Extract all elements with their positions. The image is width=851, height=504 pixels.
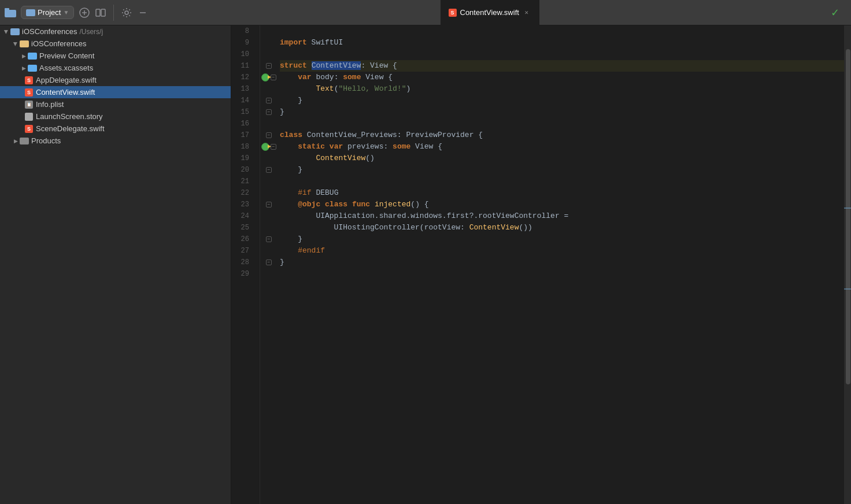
sidebar-item-scenedelegate[interactable]: S SceneDelegate.swift xyxy=(0,123,231,135)
project-label: Project xyxy=(38,8,61,17)
fold-18-icon[interactable]: − xyxy=(271,144,276,150)
code-line-12: var body: some View { xyxy=(280,72,844,83)
line-num-13: 13 xyxy=(231,83,254,95)
launchscreen-icon xyxy=(24,113,34,121)
gutter-19 xyxy=(260,153,278,164)
sidebar-item-contentview[interactable]: S ContentView.swift xyxy=(0,86,231,98)
project-button[interactable]: Project ▼ xyxy=(21,6,74,19)
code-line-20-text: } xyxy=(280,164,302,176)
code-line-9-text: import SwiftUI xyxy=(280,37,343,49)
project-folder-icon xyxy=(26,9,35,16)
gutter-15: − xyxy=(260,106,278,118)
breakpoint-12-icon[interactable]: ▶ xyxy=(261,73,269,81)
sidebar-item-appdelegate[interactable]: S AppDelegate.swift xyxy=(0,74,231,86)
products-folder-icon xyxy=(20,137,29,145)
gutter-20: − xyxy=(260,164,278,176)
fold-15-icon[interactable]: − xyxy=(266,109,272,115)
code-line-10 xyxy=(280,49,844,60)
sidebar-item-products[interactable]: ▶ Products xyxy=(0,135,231,147)
code-line-20: } xyxy=(280,164,844,176)
code-area: 8 9 10 11 12 13 14 15 16 17 18 19 20 21 … xyxy=(231,25,851,504)
sidebar-item-preview-content[interactable]: ▶ Preview Content xyxy=(0,50,231,62)
breakpoint-18-icon[interactable]: ▶ xyxy=(261,143,269,151)
code-line-26: } xyxy=(280,234,844,245)
assets-arrow-icon: ▶ xyxy=(20,64,28,72)
folder-nav-icon[interactable] xyxy=(5,7,16,18)
sidebar-item-assets[interactable]: ▶ Assets.xcassets xyxy=(0,62,231,74)
tab-contentview[interactable]: S ContentView.swift ✕ xyxy=(441,0,539,25)
add-icon[interactable] xyxy=(79,7,90,18)
sidebar-item-root[interactable]: ▶ iOSConferences /Users/j xyxy=(0,25,231,38)
toolbar-divider xyxy=(113,5,114,21)
fold-12-icon[interactable]: − xyxy=(271,75,276,80)
code-line-21 xyxy=(280,176,844,187)
line-num-19: 19 xyxy=(231,153,254,164)
gutter-25 xyxy=(260,222,278,234)
project-root-icon xyxy=(10,28,20,36)
fold-17-icon[interactable]: − xyxy=(266,132,272,138)
gutter-11: − xyxy=(260,60,278,72)
swift-file-icon: S xyxy=(449,9,457,17)
line-num-14: 14 xyxy=(231,95,254,106)
gutter: − ▶ − − − − xyxy=(260,25,278,504)
gutter-24 xyxy=(260,210,278,222)
code-line-9: import SwiftUI xyxy=(280,37,844,49)
code-line-15: } xyxy=(280,106,844,118)
gutter-12: ▶ − xyxy=(260,72,278,83)
sidebar-item-launchscreen[interactable]: LaunchScreen.story xyxy=(0,110,231,123)
infoplist-icon: 📋 xyxy=(24,101,34,109)
code-line-26-text: } xyxy=(280,234,302,245)
vertical-scroll-thumb[interactable] xyxy=(846,49,850,384)
preview-content-folder-icon xyxy=(28,52,37,60)
gutter-8 xyxy=(260,25,278,37)
fold-14-icon[interactable]: − xyxy=(266,98,272,103)
code-line-14: } xyxy=(280,95,844,106)
code-line-13-text: Text("Hello, World!") xyxy=(280,83,410,95)
scenedelegate-label: SceneDelegate.swift xyxy=(36,124,105,133)
gutter-27 xyxy=(260,245,278,257)
products-label: Products xyxy=(31,136,61,145)
contentview-swift-icon: S xyxy=(24,88,34,97)
gutter-21 xyxy=(260,176,278,187)
expand-arrow-icon: ▶ xyxy=(2,28,10,36)
code-line-27-text: #endif xyxy=(280,245,325,257)
fold-11-icon[interactable]: − xyxy=(266,63,272,69)
products-arrow-icon: ▶ xyxy=(12,137,20,145)
svg-rect-5 xyxy=(96,9,100,16)
gutter-10 xyxy=(260,49,278,60)
code-line-18: static var previews: some View { xyxy=(280,141,844,153)
code-line-14-text: } xyxy=(280,95,302,106)
gutter-22 xyxy=(260,187,278,199)
sidebar-item-group[interactable]: ▶ iOSConferences xyxy=(0,38,231,50)
fold-23-icon[interactable]: − xyxy=(266,202,272,207)
fold-28-icon[interactable]: − xyxy=(266,260,272,265)
split-icon[interactable] xyxy=(95,7,106,18)
line-num-24: 24 xyxy=(231,210,254,222)
code-editor[interactable]: 8 9 10 11 12 13 14 15 16 17 18 19 20 21 … xyxy=(231,25,851,504)
vertical-scrollbar[interactable] xyxy=(844,25,851,504)
line-num-11: 11 xyxy=(231,60,254,72)
tab-close-button[interactable]: ✕ xyxy=(523,9,531,17)
code-line-18-text: static var previews: some View { xyxy=(280,141,442,153)
svg-point-7 xyxy=(125,11,128,14)
fold-26-icon[interactable]: − xyxy=(266,236,272,242)
code-line-8 xyxy=(280,25,844,37)
code-line-23: @objc class func injected() { xyxy=(280,199,844,210)
sidebar-item-infoplist[interactable]: 📋 Info.plist xyxy=(0,98,231,110)
settings-icon[interactable] xyxy=(121,7,132,18)
line-num-12: 12 xyxy=(231,72,254,83)
svg-rect-1 xyxy=(5,8,9,11)
gutter-13 xyxy=(260,83,278,95)
scroll-marker-1 xyxy=(844,207,851,209)
sidebar: ▶ iOSConferences /Users/j ▶ iOSConferenc… xyxy=(0,25,231,504)
line-num-15: 15 xyxy=(231,106,254,118)
code-lines[interactable]: import SwiftUI struct ContentView: View … xyxy=(278,25,844,504)
contentview-label: ContentView.swift xyxy=(36,88,95,97)
main-area: ▶ iOSConferences /Users/j ▶ iOSConferenc… xyxy=(0,25,851,504)
line-num-27: 27 xyxy=(231,245,254,257)
fold-20-icon[interactable]: − xyxy=(266,167,272,173)
assets-folder-icon xyxy=(28,64,37,72)
line-numbers: 8 9 10 11 12 13 14 15 16 17 18 19 20 21 … xyxy=(231,25,260,504)
gutter-16 xyxy=(260,118,278,129)
minus-icon[interactable] xyxy=(137,7,149,18)
